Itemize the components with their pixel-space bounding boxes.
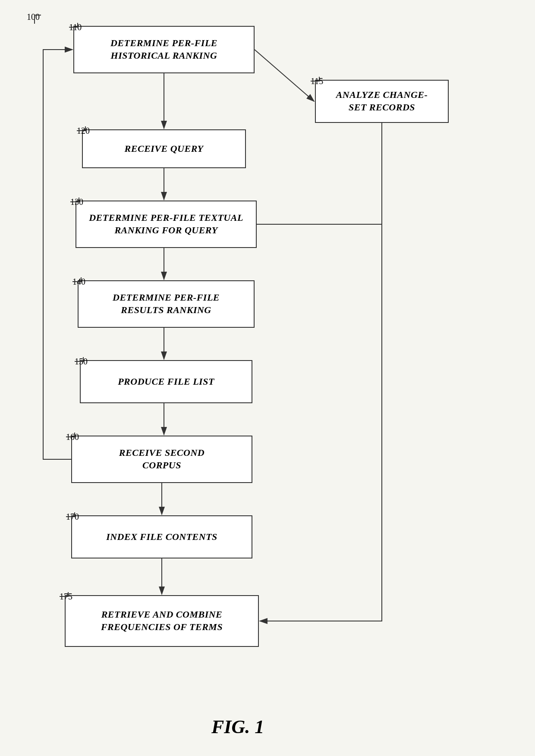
diagram-container: 100	[0, 0, 535, 756]
box-140: DETERMINE PER-FILERESULTS RANKING	[78, 280, 255, 328]
ref-110: 110	[69, 22, 82, 32]
box-130: DETERMINE PER-FILE TEXTUALRANKING FOR QU…	[76, 201, 257, 248]
ref-175: 175	[60, 592, 72, 602]
ref-100: 100	[27, 12, 40, 22]
box-120: RECEIVE QUERY	[82, 129, 246, 168]
ref-150: 150	[75, 357, 88, 367]
box-170: INDEX FILE CONTENTS	[71, 515, 252, 558]
ref-120: 120	[77, 126, 90, 136]
box-160: RECEIVE SECONDCORPUS	[71, 436, 252, 483]
ref-160: 160	[66, 432, 79, 442]
svg-line-2	[255, 50, 314, 101]
box-115: ANALYZE CHANGE-SET RECORDS	[315, 80, 449, 123]
box-150: PRODUCE FILE LIST	[80, 360, 252, 403]
ref-115: 115	[311, 76, 323, 86]
ref-130: 130	[70, 197, 83, 207]
ref-170: 170	[66, 512, 79, 522]
ref-140: 140	[72, 277, 85, 287]
figure-caption: FIG. 1	[211, 716, 264, 738]
box-110: DETERMINE PER-FILEHISTORICAL RANKING	[73, 26, 255, 73]
box-175: RETRIEVE AND COMBINEFREQUENCIES OF TERMS	[65, 595, 259, 647]
